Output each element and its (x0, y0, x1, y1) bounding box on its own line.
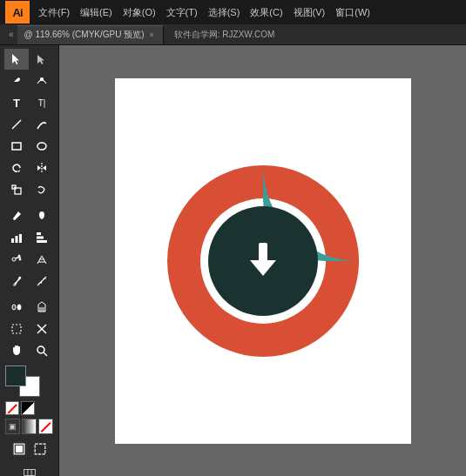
touch-type-tool-button[interactable]: T| (30, 92, 54, 113)
svg-point-26 (17, 305, 21, 310)
zoom-tool-button[interactable] (30, 340, 54, 361)
menu-text[interactable]: 文字(T) (161, 4, 203, 21)
screen-mode-button[interactable] (30, 440, 50, 458)
tool-row-artboard (2, 318, 57, 339)
measure-button[interactable] (30, 271, 54, 292)
svg-rect-12 (16, 236, 18, 243)
tool-row-rotate (2, 158, 57, 178)
none-mode-icon[interactable] (38, 419, 53, 434)
ellipse-tool-button[interactable] (30, 136, 54, 157)
menu-select[interactable]: 选择(S) (203, 4, 246, 21)
reflect-tool-button[interactable] (30, 158, 54, 178)
tool-row-line (2, 114, 57, 135)
menu-view[interactable]: 视图(V) (288, 4, 331, 21)
tab-arrows[interactable]: « (5, 30, 17, 39)
svg-rect-15 (37, 237, 44, 239)
svg-rect-2 (12, 143, 21, 150)
bar-graph-button[interactable] (30, 227, 54, 248)
svg-rect-35 (35, 444, 45, 454)
svg-rect-27 (39, 307, 44, 312)
svg-line-1 (12, 120, 21, 129)
svg-marker-40 (250, 260, 276, 276)
main-area: T T| (0, 45, 466, 476)
column-graph-button[interactable] (4, 227, 29, 248)
menu-file[interactable]: 文件(F) (33, 4, 75, 21)
artboard (115, 78, 411, 444)
tool-row-shape (2, 136, 57, 157)
change-screen-button-row (2, 462, 57, 476)
tool-row-type: T T| (2, 92, 57, 113)
tab-label: @ 119.66% (CMYK/GPU 预览) (24, 29, 145, 41)
warp-tool-button[interactable] (30, 179, 54, 200)
tool-row-blend (2, 297, 57, 318)
title-bar: Ai 文件(F) 编辑(E) 对象(O) 文字(T) 选择(S) 效果(C) 视… (0, 0, 466, 24)
swatch-icons-row (5, 401, 53, 415)
pen-tool-button[interactable] (4, 70, 29, 91)
color-mode-icon[interactable]: ▣ (5, 419, 20, 434)
blob-brush-tool-button[interactable] (30, 205, 54, 226)
svg-point-18 (18, 255, 20, 257)
tool-row-pen (2, 70, 57, 91)
scale-tool-button[interactable] (4, 179, 29, 200)
svg-rect-16 (37, 240, 47, 243)
svg-rect-11 (11, 238, 14, 243)
svg-rect-28 (12, 325, 21, 333)
tool-row-brush (2, 205, 57, 226)
graphic-container (167, 165, 359, 357)
hand-tool-button[interactable] (4, 340, 29, 361)
arc-tool-button[interactable] (30, 114, 54, 135)
artboard-tool-button2[interactable] (4, 318, 29, 339)
svg-point-25 (12, 305, 16, 310)
svg-point-10 (39, 211, 44, 218)
reset-colors-icon[interactable] (21, 401, 35, 415)
svg-line-32 (44, 352, 47, 356)
slice-tool-button[interactable] (30, 318, 54, 339)
svg-rect-13 (19, 234, 22, 243)
tool-row-scale (2, 179, 57, 200)
menu-bar: 文件(F) 编辑(E) 对象(O) 文字(T) 选择(S) 效果(C) 视图(V… (33, 4, 461, 21)
extra-icons-row: ▣ (5, 419, 53, 434)
foreground-color-swatch[interactable] (5, 365, 26, 386)
website-label: 软件自学网: RJZXW.COM (164, 29, 275, 41)
active-tab[interactable]: @ 119.66% (CMYK/GPU 预览) × (17, 25, 164, 44)
inner-circle (208, 206, 318, 316)
perspective-grid-button[interactable] (30, 249, 54, 270)
tool-row-selection (2, 49, 57, 70)
svg-marker-6 (43, 165, 46, 171)
rectangle-tool-button[interactable] (4, 136, 29, 157)
none-color-icon[interactable] (5, 401, 19, 415)
draw-mode-button[interactable] (10, 440, 29, 458)
toolbar: T T| (0, 45, 59, 476)
tool-row-hand (2, 340, 57, 361)
line-tool-button[interactable] (4, 114, 29, 135)
tool-row-eyedropper (2, 271, 57, 292)
svg-point-3 (37, 143, 46, 150)
gradient-mode-icon[interactable] (22, 419, 37, 434)
tool-row-symbol (2, 249, 57, 270)
menu-window[interactable]: 窗口(W) (330, 4, 375, 21)
color-swatches[interactable] (5, 365, 40, 397)
menu-object[interactable]: 对象(O) (118, 4, 161, 21)
rotate-tool-button[interactable] (4, 158, 29, 178)
download-arrow-icon (241, 241, 285, 281)
symbol-sprayer-button[interactable] (4, 249, 29, 270)
canvas-area (59, 45, 466, 476)
svg-marker-5 (37, 165, 41, 171)
eyedropper-button[interactable] (4, 271, 29, 292)
selection-tool-button[interactable] (4, 49, 29, 70)
curvature-tool-button[interactable] (30, 70, 54, 91)
change-screen-mode-button[interactable] (10, 462, 49, 476)
svg-rect-14 (37, 232, 41, 235)
svg-point-19 (19, 258, 21, 260)
tab-close-button[interactable]: × (150, 30, 154, 39)
paintbrush-tool-button[interactable] (4, 205, 29, 226)
type-tool-button[interactable]: T (4, 92, 29, 113)
svg-rect-34 (16, 446, 22, 453)
live-paint-button[interactable] (30, 297, 54, 318)
menu-effect[interactable]: 效果(C) (245, 4, 287, 21)
menu-edit[interactable]: 编辑(E) (75, 4, 118, 21)
blend-tool-button2[interactable] (4, 297, 29, 318)
ai-logo: Ai (5, 1, 30, 23)
svg-rect-36 (24, 470, 35, 476)
direct-selection-tool-button[interactable] (30, 49, 54, 70)
